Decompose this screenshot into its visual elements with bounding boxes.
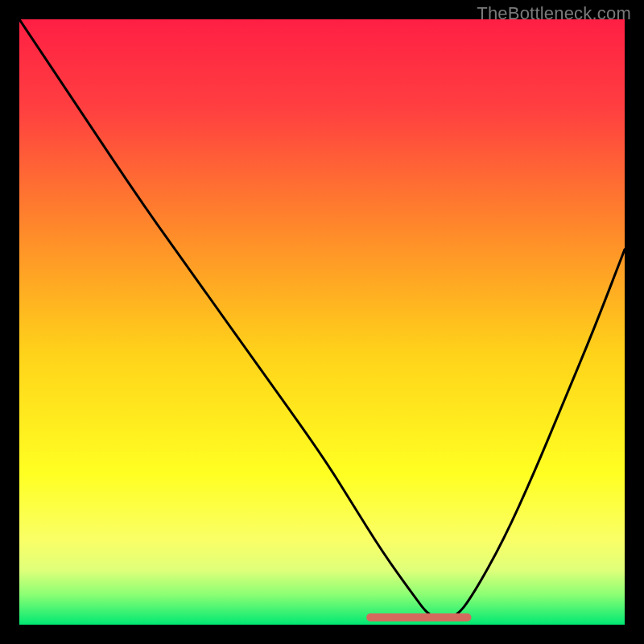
- bottleneck-curve: [19, 19, 625, 618]
- curve-layer: [19, 19, 625, 625]
- chart-frame: TheBottleneck.com: [0, 0, 644, 644]
- watermark-text: TheBottleneck.com: [477, 3, 631, 24]
- plot-area: [19, 19, 625, 625]
